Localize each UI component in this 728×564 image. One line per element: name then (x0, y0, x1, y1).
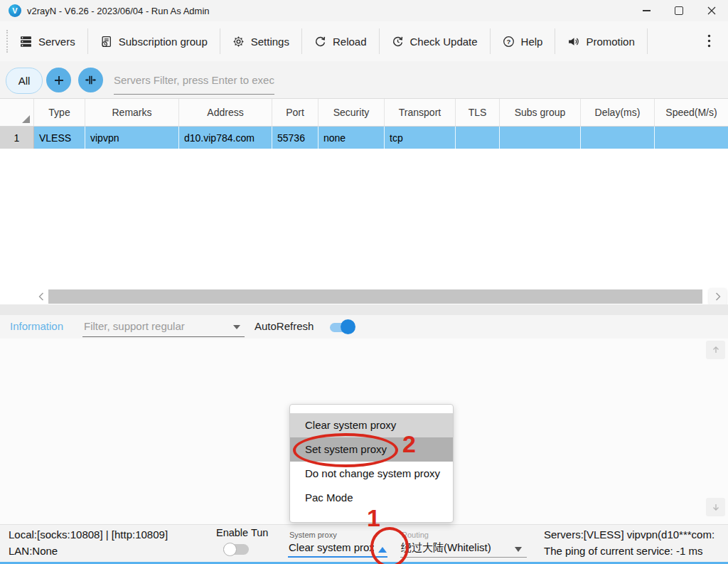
system-proxy-combo[interactable]: Clear system proxy (289, 541, 374, 553)
cell-type[interactable]: VLESS (34, 127, 85, 149)
minimize-button[interactable] (630, 0, 663, 21)
routing-combo[interactable]: 绕过大陆(Whitelist) (401, 541, 491, 555)
servers-icon (20, 36, 32, 48)
subscription-group-label: Subscription group (119, 36, 208, 48)
row-number-cell[interactable]: 1 (0, 127, 34, 149)
menu-item-do-not-change-system-proxy[interactable]: Do not change system proxy (290, 462, 453, 486)
column-header-tls[interactable]: TLS (456, 99, 500, 126)
column-header-delay[interactable]: Delay(ms) (581, 99, 655, 126)
column-header-subs-group[interactable]: Subs group (500, 99, 581, 126)
check-update-label: Check Update (410, 36, 478, 48)
reload-icon (314, 36, 326, 48)
cell-subs-group[interactable] (500, 127, 581, 149)
promotion-label: Promotion (586, 36, 634, 48)
servers-table: Type Remarks Address Port Security Trans… (0, 98, 728, 307)
cell-address[interactable]: d10.vip784.com (179, 127, 272, 149)
table-header-row: Type Remarks Address Port Security Trans… (0, 99, 728, 127)
more-menu-button[interactable] (697, 28, 721, 53)
arrow-up-icon (712, 346, 720, 354)
cell-transport[interactable]: tcp (385, 127, 456, 149)
help-menu[interactable]: ? Help (491, 27, 555, 55)
hscrollbar-left-button[interactable] (34, 289, 48, 304)
cell-speed[interactable] (655, 127, 728, 149)
help-icon: ? (503, 36, 515, 48)
splitter-handle[interactable] (0, 304, 728, 315)
close-icon (707, 6, 716, 15)
scroll-to-bottom-button[interactable] (706, 498, 725, 516)
autorefresh-toggle-knob[interactable] (341, 319, 355, 334)
lan-status: LAN:None (9, 545, 58, 557)
status-bar: Local:[socks:10808] | [http:10809] LAN:N… (0, 524, 728, 563)
title-bar: V v2rayN - V6.26 - 2023/06/04 - Run As A… (0, 0, 728, 21)
cell-delay[interactable] (581, 127, 655, 149)
scroll-to-top-button[interactable] (706, 341, 725, 359)
kebab-menu-icon (707, 34, 711, 48)
table-row[interactable]: 1 VLESS vipvpn d10.vip784.com 55736 none… (0, 127, 728, 149)
app-logo-icon: V (9, 4, 21, 17)
routing-dropdown-arrow-icon[interactable] (515, 547, 522, 552)
check-update-menu[interactable]: Check Update (380, 27, 490, 55)
message-filter-dropdown-arrow-icon[interactable] (233, 325, 240, 329)
help-label: Help (521, 36, 543, 48)
server-filter-bar: All Servers Filter, press Enter to exec (0, 61, 728, 98)
cell-tls[interactable] (456, 127, 500, 149)
reload-button[interactable]: Reload (302, 27, 379, 55)
minimize-icon (643, 10, 651, 11)
menu-item-clear-system-proxy[interactable]: Clear system proxy (290, 413, 453, 437)
main-toolbar: Servers Subscription group Settings Relo… (0, 21, 728, 61)
settings-menu[interactable]: Settings (220, 27, 301, 55)
cell-security[interactable]: none (318, 127, 385, 149)
menu-item-pac-mode[interactable]: Pac Mode (290, 486, 453, 510)
add-server-button[interactable] (46, 68, 71, 92)
enable-tun-label: Enable Tun (216, 527, 268, 538)
column-header-security[interactable]: Security (318, 99, 385, 126)
servers-filter-input[interactable]: Servers Filter, press Enter to exec (114, 74, 274, 86)
subscription-group-icon (100, 36, 112, 48)
cell-remarks[interactable]: vipvpn (85, 127, 179, 149)
maximize-icon (675, 6, 683, 15)
all-tab-label: All (18, 75, 31, 87)
toolbar-separator (647, 28, 648, 54)
column-header-type[interactable]: Type (34, 99, 85, 126)
servers-filter-underline (114, 94, 274, 95)
hscrollbar-thumb[interactable] (48, 289, 702, 304)
routing-label: Routing (402, 531, 429, 539)
autorefresh-label: AutoRefresh (255, 320, 314, 332)
maximize-button[interactable] (663, 0, 695, 21)
enable-tun-toggle-knob[interactable] (223, 543, 237, 556)
settings-label: Settings (251, 36, 289, 48)
close-button[interactable] (695, 0, 728, 21)
autofit-column-button[interactable] (78, 68, 103, 92)
promotion-menu[interactable]: Promotion (555, 27, 646, 55)
column-header-remarks[interactable]: Remarks (85, 99, 179, 126)
subscription-all-tab[interactable]: All (6, 68, 43, 94)
reload-label: Reload (333, 36, 367, 48)
column-header-transport[interactable]: Transport (385, 99, 456, 126)
subscription-group-menu[interactable]: Subscription group (88, 27, 220, 55)
ping-status: The ping of current service: -1 ms (544, 545, 702, 557)
plus-icon (53, 75, 65, 86)
local-ports-status: Local:[socks:10808] | [http:10809] (9, 528, 168, 541)
column-header-port[interactable]: Port (272, 99, 318, 126)
routing-underline (400, 557, 527, 558)
message-filter-input[interactable]: Filter, support regular (84, 320, 226, 332)
chevron-left-icon (38, 292, 44, 301)
select-all-corner-cell[interactable] (0, 99, 34, 126)
system-proxy-dropdown-arrow-icon[interactable] (378, 547, 387, 553)
settings-gear-icon (232, 36, 245, 48)
system-proxy-underline (288, 556, 387, 558)
system-proxy-dropdown-menu: Clear system proxy Set system proxy Do n… (289, 404, 454, 523)
message-filter-underline (82, 336, 245, 337)
servers-menu[interactable]: Servers (8, 27, 87, 55)
information-label: Information (10, 320, 63, 332)
cell-port[interactable]: 55736 (272, 127, 318, 149)
svg-text:?: ? (506, 37, 510, 45)
column-header-speed[interactable]: Speed(M/s) (655, 99, 728, 126)
corner-triangle-icon (22, 115, 30, 123)
arrow-down-icon (712, 503, 720, 511)
menu-item-set-system-proxy[interactable]: Set system proxy (290, 437, 453, 462)
column-header-address[interactable]: Address (179, 99, 272, 126)
hscrollbar-right-button[interactable] (709, 288, 727, 305)
system-proxy-label: System proxy (289, 531, 337, 539)
window-title: v2rayN - V6.26 - 2023/06/04 - Run As Adm… (27, 6, 210, 16)
